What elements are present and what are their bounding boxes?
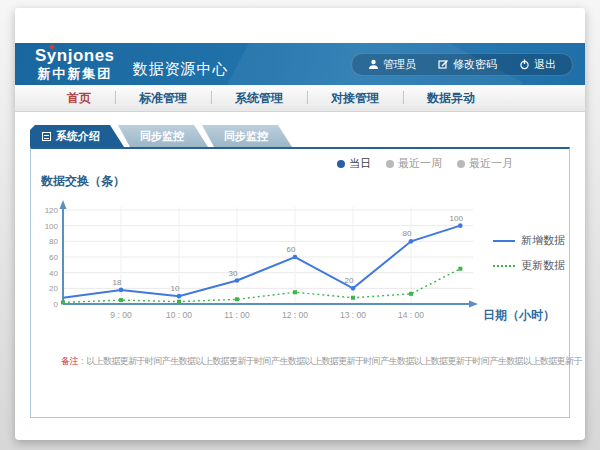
data-point: [119, 298, 123, 302]
content-area: 系统介绍 同步监控 同步监控 当日 最近一周: [15, 112, 585, 418]
y-tick-label: 40: [49, 269, 58, 278]
green-line-swatch: [493, 265, 515, 267]
data-point: [293, 290, 297, 294]
legend-new-data-label: 新增数据: [521, 233, 565, 248]
footnote-label: 备注: [61, 356, 78, 366]
data-point: [177, 294, 182, 299]
data-point: [409, 239, 414, 244]
nav-item-standard-mgmt[interactable]: 标准管理: [115, 90, 211, 107]
y-tick-label: 0: [54, 300, 59, 309]
data-point-label: 80: [403, 229, 412, 238]
line-chart: 0204060801001209 : 0010 : 0011 : 0012 : …: [31, 193, 531, 331]
nav-item-data-change[interactable]: 数据异动: [403, 90, 499, 107]
change-password-label: 修改密码: [453, 57, 497, 72]
data-point-label: 60: [287, 245, 296, 254]
edit-icon: [438, 59, 449, 70]
footnote-text: 以上数据更新于时间产生数据以上数据更新于时间产生数据以上数据更新于时间产生数据以…: [86, 356, 582, 366]
x-tick-label: 9 : 00: [110, 310, 132, 320]
data-point: [458, 223, 463, 228]
tab-system-intro-label: 系统介绍: [56, 129, 100, 144]
footnote-separator: ：: [78, 356, 86, 366]
x-tick-label: 13 : 00: [340, 310, 366, 320]
y-tick-label: 20: [49, 284, 58, 293]
data-point: [409, 292, 413, 296]
user-menu: 管理员 修改密码 退出: [351, 53, 573, 76]
legend-item-updated-data[interactable]: 更新数据: [493, 258, 565, 273]
series-line: [63, 269, 460, 303]
radio-last-week-label: 最近一周: [398, 156, 442, 171]
form-icon: [42, 132, 51, 141]
app-window: Synjones 新中新集团 数据资源中心 管理员 修改密码: [15, 8, 585, 440]
x-axis-title: 日期（小时）: [483, 307, 555, 324]
data-point-label: 18: [113, 278, 122, 287]
tab-sync-monitor-2[interactable]: 同步监控: [202, 125, 292, 147]
logout-label: 退出: [534, 57, 556, 72]
data-point: [458, 267, 462, 271]
series-line: [63, 226, 460, 298]
admin-user-button[interactable]: 管理员: [368, 57, 416, 72]
logo-text-en: Synjones: [35, 47, 115, 65]
radio-last-week[interactable]: 最近一周: [386, 156, 442, 171]
tab-bar: 系统介绍 同步监控 同步监控: [30, 125, 570, 147]
tab-sync-monitor-1-label: 同步监控: [140, 129, 184, 144]
footnote: 备注：以上数据更新于时间产生数据以上数据更新于时间产生数据以上数据更新于时间产生…: [61, 355, 582, 368]
x-tick-label: 12 : 00: [282, 310, 308, 320]
x-tick-label: 10 : 00: [166, 310, 192, 320]
data-point: [293, 255, 298, 260]
x-tick-label: 14 : 00: [398, 310, 424, 320]
data-point: [235, 278, 240, 283]
nav-item-interface-mgmt[interactable]: 对接管理: [307, 90, 403, 107]
radio-dot: [457, 160, 465, 168]
data-point: [61, 300, 65, 304]
blue-line-swatch: [493, 240, 515, 242]
data-point: [235, 297, 239, 301]
data-point: [119, 288, 124, 293]
legend-updated-data-label: 更新数据: [521, 258, 565, 273]
app-header: Synjones 新中新集团 数据资源中心 管理员 修改密码: [15, 43, 585, 85]
y-tick-label: 100: [45, 222, 59, 231]
y-axis-arrow: [60, 200, 67, 209]
radio-dot: [386, 160, 394, 168]
main-nav: 首页 标准管理 系统管理 对接管理 数据异动: [15, 85, 585, 112]
data-point-label: 10: [171, 284, 180, 293]
y-tick-label: 60: [49, 253, 58, 262]
data-point-label: 30: [229, 269, 238, 278]
chart-panel: 当日 最近一周 最近一月 数据交换（条） 0204060801001209 : …: [30, 147, 570, 418]
range-filter-group: 当日 最近一周 最近一月: [337, 156, 513, 171]
data-point-label: 100: [450, 214, 464, 223]
tab-sync-monitor-1[interactable]: 同步监控: [118, 125, 208, 147]
data-point: [351, 296, 355, 300]
data-point: [351, 286, 356, 291]
data-point: [177, 300, 181, 304]
user-icon: [368, 59, 379, 70]
logo-text-cn: 新中新集团: [35, 67, 115, 81]
admin-user-label: 管理员: [383, 57, 416, 72]
tab-sync-monitor-2-label: 同步监控: [224, 129, 268, 144]
chart-legend: 新增数据 更新数据: [493, 233, 565, 273]
power-icon: [519, 59, 530, 70]
legend-item-new-data[interactable]: 新增数据: [493, 233, 565, 248]
change-password-button[interactable]: 修改密码: [438, 57, 497, 72]
company-logo: Synjones 新中新集团: [35, 47, 115, 80]
logout-button[interactable]: 退出: [519, 57, 556, 72]
y-tick-label: 80: [49, 237, 58, 246]
tab-system-intro[interactable]: 系统介绍: [30, 125, 124, 147]
nav-item-home[interactable]: 首页: [43, 90, 115, 107]
y-axis-title: 数据交换（条）: [41, 173, 125, 190]
window-top-strip: [15, 8, 585, 43]
radio-today-label: 当日: [349, 156, 371, 171]
nav-item-system-mgmt[interactable]: 系统管理: [211, 90, 307, 107]
x-axis-arrow: [469, 301, 478, 308]
radio-last-month-label: 最近一月: [469, 156, 513, 171]
x-tick-label: 11 : 00: [224, 310, 250, 320]
data-point-label: 20: [345, 276, 354, 285]
radio-last-month[interactable]: 最近一月: [457, 156, 513, 171]
page-title: 数据资源中心: [133, 60, 229, 79]
radio-dot: [337, 160, 345, 168]
radio-today[interactable]: 当日: [337, 156, 371, 171]
y-tick-label: 120: [45, 206, 59, 215]
